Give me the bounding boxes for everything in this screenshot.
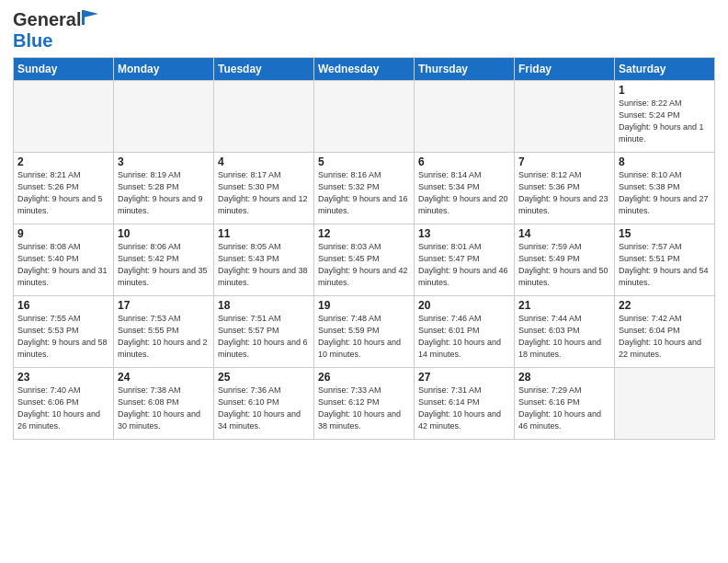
weekday-header-row: SundayMondayTuesdayWednesdayThursdayFrid…: [14, 58, 715, 81]
day-number: 9: [17, 227, 109, 240]
day-info: Sunrise: 7:38 AM Sunset: 6:08 PM Dayligh…: [118, 385, 210, 432]
day-cell: 26Sunrise: 7:33 AM Sunset: 6:12 PM Dayli…: [314, 368, 415, 440]
day-info: Sunrise: 8:22 AM Sunset: 5:24 PM Dayligh…: [619, 98, 711, 145]
day-number: 1: [619, 84, 711, 97]
day-number: 23: [17, 371, 109, 384]
day-number: 15: [619, 227, 711, 240]
day-number: 11: [218, 227, 310, 240]
day-cell: [415, 81, 515, 153]
day-cell: [114, 81, 214, 153]
day-info: Sunrise: 8:06 AM Sunset: 5:42 PM Dayligh…: [118, 241, 210, 289]
weekday-header-wednesday: Wednesday: [314, 58, 415, 81]
day-cell: [515, 81, 615, 153]
day-cell: 6Sunrise: 8:14 AM Sunset: 5:34 PM Daylig…: [415, 153, 515, 224]
day-info: Sunrise: 7:53 AM Sunset: 5:55 PM Dayligh…: [118, 313, 210, 361]
day-number: 13: [418, 227, 510, 240]
logo-flag-icon: [82, 10, 98, 25]
day-info: Sunrise: 7:55 AM Sunset: 5:53 PM Dayligh…: [17, 313, 109, 361]
day-cell: 4Sunrise: 8:17 AM Sunset: 5:30 PM Daylig…: [214, 153, 314, 224]
day-number: 19: [318, 299, 410, 312]
week-row-4: 16Sunrise: 7:55 AM Sunset: 5:53 PM Dayli…: [14, 296, 715, 368]
day-cell: 25Sunrise: 7:36 AM Sunset: 6:10 PM Dayli…: [214, 368, 314, 440]
day-number: 25: [218, 371, 310, 384]
weekday-header-sunday: Sunday: [14, 58, 114, 81]
calendar-table: SundayMondayTuesdayWednesdayThursdayFrid…: [13, 57, 715, 440]
day-number: 6: [418, 155, 510, 168]
day-number: 21: [518, 299, 610, 312]
week-row-3: 9Sunrise: 8:08 AM Sunset: 5:40 PM Daylig…: [14, 224, 715, 296]
day-info: Sunrise: 8:17 AM Sunset: 5:30 PM Dayligh…: [218, 169, 310, 217]
day-info: Sunrise: 7:40 AM Sunset: 6:06 PM Dayligh…: [17, 385, 109, 432]
day-info: Sunrise: 7:44 AM Sunset: 6:03 PM Dayligh…: [518, 313, 610, 361]
day-number: 12: [318, 227, 410, 240]
day-info: Sunrise: 7:46 AM Sunset: 6:01 PM Dayligh…: [418, 313, 510, 361]
day-number: 26: [318, 371, 410, 384]
day-cell: 2Sunrise: 8:21 AM Sunset: 5:26 PM Daylig…: [14, 153, 114, 224]
day-info: Sunrise: 7:36 AM Sunset: 6:10 PM Dayligh…: [218, 385, 310, 432]
day-cell: 24Sunrise: 7:38 AM Sunset: 6:08 PM Dayli…: [114, 368, 214, 440]
logo: General Blue: [13, 9, 98, 52]
day-info: Sunrise: 7:57 AM Sunset: 5:51 PM Dayligh…: [619, 241, 711, 289]
day-number: 4: [218, 155, 310, 168]
logo-blue: Blue: [13, 30, 52, 51]
day-cell: 7Sunrise: 8:12 AM Sunset: 5:36 PM Daylig…: [515, 153, 615, 224]
day-cell: 17Sunrise: 7:53 AM Sunset: 5:55 PM Dayli…: [114, 296, 214, 368]
day-cell: 20Sunrise: 7:46 AM Sunset: 6:01 PM Dayli…: [415, 296, 515, 368]
day-info: Sunrise: 8:16 AM Sunset: 5:32 PM Dayligh…: [318, 169, 410, 217]
day-info: Sunrise: 7:33 AM Sunset: 6:12 PM Dayligh…: [318, 385, 410, 432]
day-number: 7: [518, 155, 610, 168]
day-cell: 13Sunrise: 8:01 AM Sunset: 5:47 PM Dayli…: [415, 224, 515, 296]
day-cell: 21Sunrise: 7:44 AM Sunset: 6:03 PM Dayli…: [515, 296, 615, 368]
day-cell: [214, 81, 314, 153]
day-number: 27: [418, 371, 510, 384]
logo-general: General: [13, 9, 81, 30]
day-info: Sunrise: 7:31 AM Sunset: 6:14 PM Dayligh…: [418, 385, 510, 432]
weekday-header-saturday: Saturday: [615, 58, 715, 81]
week-row-2: 2Sunrise: 8:21 AM Sunset: 5:26 PM Daylig…: [14, 153, 715, 224]
day-cell: 8Sunrise: 8:10 AM Sunset: 5:38 PM Daylig…: [615, 153, 715, 224]
day-info: Sunrise: 7:59 AM Sunset: 5:49 PM Dayligh…: [518, 241, 610, 289]
day-info: Sunrise: 7:51 AM Sunset: 5:57 PM Dayligh…: [218, 313, 310, 361]
day-info: Sunrise: 7:48 AM Sunset: 5:59 PM Dayligh…: [318, 313, 410, 361]
day-info: Sunrise: 8:12 AM Sunset: 5:36 PM Dayligh…: [518, 169, 610, 217]
day-number: 28: [518, 371, 610, 384]
page: General Blue SundayMondayTuesdayWednesda…: [0, 0, 728, 563]
day-cell: 15Sunrise: 7:57 AM Sunset: 5:51 PM Dayli…: [615, 224, 715, 296]
day-cell: 16Sunrise: 7:55 AM Sunset: 5:53 PM Dayli…: [14, 296, 114, 368]
day-info: Sunrise: 8:10 AM Sunset: 5:38 PM Dayligh…: [619, 169, 711, 217]
day-number: 22: [619, 299, 711, 312]
day-cell: 10Sunrise: 8:06 AM Sunset: 5:42 PM Dayli…: [114, 224, 214, 296]
day-number: 14: [518, 227, 610, 240]
day-cell: 27Sunrise: 7:31 AM Sunset: 6:14 PM Dayli…: [415, 368, 515, 440]
day-number: 3: [118, 155, 210, 168]
weekday-header-monday: Monday: [114, 58, 214, 81]
day-cell: 18Sunrise: 7:51 AM Sunset: 5:57 PM Dayli…: [214, 296, 314, 368]
day-info: Sunrise: 7:42 AM Sunset: 6:04 PM Dayligh…: [619, 313, 711, 361]
day-cell: 1Sunrise: 8:22 AM Sunset: 5:24 PM Daylig…: [615, 81, 715, 153]
week-row-5: 23Sunrise: 7:40 AM Sunset: 6:06 PM Dayli…: [14, 368, 715, 440]
header: General Blue: [13, 9, 715, 52]
day-info: Sunrise: 8:03 AM Sunset: 5:45 PM Dayligh…: [318, 241, 410, 289]
day-info: Sunrise: 8:05 AM Sunset: 5:43 PM Dayligh…: [218, 241, 310, 289]
day-cell: 9Sunrise: 8:08 AM Sunset: 5:40 PM Daylig…: [14, 224, 114, 296]
week-row-1: 1Sunrise: 8:22 AM Sunset: 5:24 PM Daylig…: [14, 81, 715, 153]
day-cell: 23Sunrise: 7:40 AM Sunset: 6:06 PM Dayli…: [14, 368, 114, 440]
svg-marker-0: [84, 10, 98, 17]
day-info: Sunrise: 8:14 AM Sunset: 5:34 PM Dayligh…: [418, 169, 510, 217]
day-cell: 12Sunrise: 8:03 AM Sunset: 5:45 PM Dayli…: [314, 224, 415, 296]
day-cell: [14, 81, 114, 153]
day-cell: [615, 368, 715, 440]
weekday-header-thursday: Thursday: [415, 58, 515, 81]
day-number: 20: [418, 299, 510, 312]
day-info: Sunrise: 7:29 AM Sunset: 6:16 PM Dayligh…: [518, 385, 610, 432]
day-cell: 14Sunrise: 7:59 AM Sunset: 5:49 PM Dayli…: [515, 224, 615, 296]
day-cell: 3Sunrise: 8:19 AM Sunset: 5:28 PM Daylig…: [114, 153, 214, 224]
day-info: Sunrise: 8:19 AM Sunset: 5:28 PM Dayligh…: [118, 169, 210, 217]
weekday-header-tuesday: Tuesday: [214, 58, 314, 81]
day-number: 24: [118, 371, 210, 384]
day-cell: [314, 81, 415, 153]
day-number: 10: [118, 227, 210, 240]
weekday-header-friday: Friday: [515, 58, 615, 81]
day-cell: 22Sunrise: 7:42 AM Sunset: 6:04 PM Dayli…: [615, 296, 715, 368]
day-number: 17: [118, 299, 210, 312]
